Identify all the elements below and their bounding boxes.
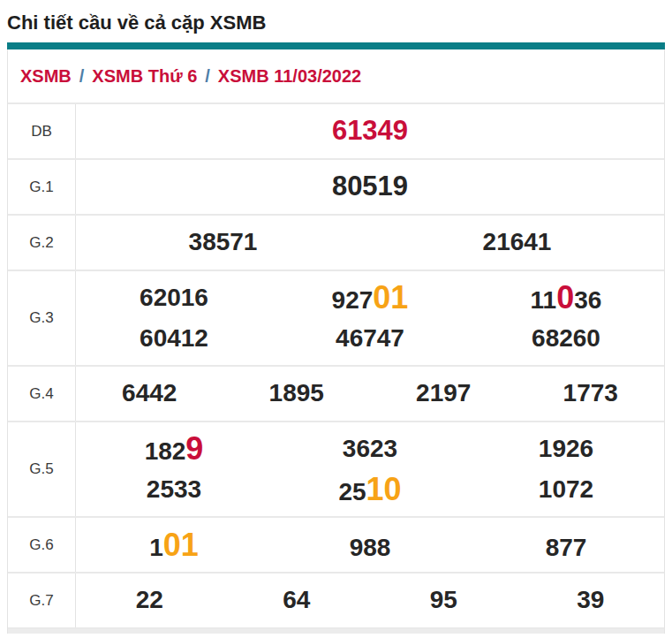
value-line: 604124674768260	[76, 318, 664, 359]
row-values-g3: 620169270111036604124674768260	[76, 271, 664, 365]
prize-number: 92701	[272, 280, 468, 315]
digits: 1895	[269, 379, 324, 406]
prize-row-g6: G.6101988877	[8, 518, 664, 573]
row-values-g5: 182936231926253325101072	[76, 422, 664, 516]
prize-row-g5: G.5182936231926253325101072	[8, 422, 664, 518]
breadcrumb-link-1[interactable]: XSMB	[20, 66, 72, 87]
row-values-g2: 3857121641	[76, 216, 664, 270]
prize-number: 22	[76, 587, 223, 614]
digits: 1773	[563, 379, 618, 406]
digits: 36	[574, 286, 601, 314]
prize-row-g7: G.722649539	[8, 573, 664, 629]
prize-number: 95	[370, 587, 517, 614]
prize-number: 1926	[468, 436, 664, 463]
digits: 927	[332, 286, 374, 314]
row-label-g4: G.4	[8, 367, 76, 421]
prize-number: 877	[468, 535, 664, 562]
breadcrumb-link-2[interactable]: XSMB Thứ 6	[92, 66, 197, 87]
breadcrumb-link-3[interactable]: XSMB 11/03/2022	[218, 66, 361, 87]
prize-row-g2: G.23857121641	[8, 216, 664, 271]
prize-row-g4: G.46442189521971773	[8, 367, 664, 422]
digits: 11	[531, 286, 557, 314]
row-values-g4: 6442189521971773	[76, 367, 664, 421]
accent-bar	[7, 42, 665, 49]
prize-number: 2533	[76, 476, 272, 504]
prize-rows: DB61349G.180519G.23857121641G.3620169270…	[8, 104, 664, 629]
highlighted-digits: 9	[185, 430, 203, 467]
value-line: 253325101072	[76, 469, 664, 510]
prize-number: 61349	[76, 116, 664, 146]
prize-number: 1072	[468, 476, 664, 504]
digits: 6442	[122, 379, 177, 406]
row-label-g3: G.3	[8, 271, 76, 365]
digits: 25	[338, 478, 366, 505]
digits: 80519	[332, 171, 408, 201]
prize-number: 101	[76, 528, 272, 563]
value-line: 22649539	[76, 587, 664, 614]
row-label-g5: G.5	[8, 422, 76, 516]
prize-number: 11036	[468, 280, 664, 315]
prize-number: 68260	[468, 325, 664, 353]
value-line: 6442189521971773	[76, 380, 664, 407]
prize-number: 6442	[76, 380, 223, 407]
page-title: Chi tiết cầu về cả cặp XSMB	[0, 0, 672, 42]
digits: 39	[577, 586, 604, 613]
breadcrumb: XSMB/XSMB Thứ 6/XSMB 11/03/2022	[8, 49, 664, 104]
digits: 988	[350, 534, 391, 561]
prize-number: 46747	[272, 325, 468, 353]
breadcrumb-separator: /	[79, 66, 85, 87]
row-values-db: 61349	[76, 104, 664, 158]
row-label-g1: G.1	[8, 160, 76, 214]
digits: 1926	[539, 435, 593, 462]
prize-row-g1: G.180519	[8, 160, 664, 216]
value-line: 61349	[76, 116, 664, 146]
page: Chi tiết cầu về cả cặp XSMB XSMB/XSMB Th…	[0, 0, 672, 634]
highlighted-digits: 10	[366, 471, 402, 507]
prize-row-db: DB61349	[8, 104, 664, 160]
digits: 21641	[483, 228, 552, 255]
digits: 182	[145, 437, 186, 465]
digits: 95	[430, 586, 457, 613]
digits: 877	[546, 534, 587, 561]
row-values-g6: 101988877	[76, 518, 664, 572]
value-line: 620169270111036	[76, 277, 664, 318]
prize-number: 38571	[76, 229, 370, 256]
lottery-results-table: XSMB/XSMB Thứ 6/XSMB 11/03/2022 DB61349G…	[7, 49, 665, 634]
prize-number: 2510	[272, 472, 468, 507]
prize-number: 39	[517, 587, 665, 614]
prize-row-g3: G.3620169270111036604124674768260	[8, 271, 664, 367]
value-line: 3857121641	[76, 229, 664, 256]
digits: 3623	[343, 435, 397, 462]
digits: 2197	[416, 379, 471, 406]
row-values-g7: 22649539	[76, 573, 664, 627]
digits: 64	[283, 586, 310, 613]
digits: 46747	[336, 324, 404, 352]
next-section-strip	[8, 629, 664, 634]
prize-number: 21641	[370, 229, 664, 256]
value-line: 182936231926	[76, 429, 664, 469]
highlighted-digits: 01	[373, 279, 408, 315]
digits: 22	[136, 586, 163, 613]
prize-number: 80519	[76, 171, 664, 201]
prize-number: 988	[272, 535, 468, 562]
prize-number: 3623	[272, 436, 468, 463]
highlighted-digits: 0	[556, 279, 574, 315]
row-label-db: DB	[8, 104, 76, 158]
value-line: 101988877	[76, 528, 664, 563]
digits: 62016	[140, 284, 208, 311]
prize-number: 1773	[517, 380, 665, 407]
prize-number: 62016	[76, 285, 272, 312]
digits: 1072	[539, 475, 593, 503]
digits: 2533	[147, 475, 201, 503]
prize-number: 64	[223, 587, 371, 614]
digits: 60412	[140, 324, 208, 352]
prize-number: 60412	[76, 325, 272, 353]
highlighted-digits: 01	[163, 527, 199, 563]
row-label-g2: G.2	[8, 216, 76, 270]
breadcrumb-separator: /	[205, 66, 210, 87]
value-line: 80519	[76, 171, 664, 201]
digits: 1	[149, 534, 163, 561]
prize-number: 2197	[370, 380, 517, 407]
row-values-g1: 80519	[76, 160, 664, 214]
digits: 38571	[189, 228, 258, 255]
